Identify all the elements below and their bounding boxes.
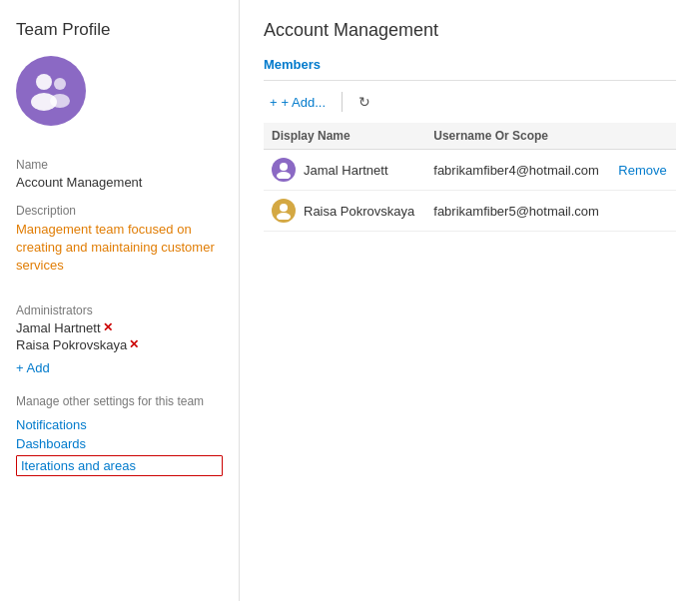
svg-point-4 — [280, 163, 288, 171]
member-display-name-2: Raisa Pokrovskaya — [304, 204, 414, 219]
member-action-2 — [610, 191, 676, 232]
col-username: Username Or Scope — [425, 123, 610, 150]
table-row: Raisa Pokrovskaya fabrikamfiber5@hotmail… — [264, 191, 676, 232]
iterations-and-areas-link[interactable]: Iterations and areas — [16, 455, 223, 476]
toolbar-separator — [342, 92, 343, 112]
refresh-button[interactable]: ↻ — [352, 91, 376, 113]
notifications-link[interactable]: Notifications — [16, 417, 223, 432]
name-label: Name — [16, 158, 223, 172]
remove-member-1-link[interactable]: Remove — [618, 163, 666, 178]
svg-point-7 — [277, 213, 291, 220]
admin-name-2: Raisa Pokrovskaya — [16, 337, 127, 352]
avatar-1 — [272, 158, 296, 182]
page-title: Account Management — [264, 20, 676, 41]
main-content: Account Management Members + + Add... ↻ … — [240, 0, 700, 601]
section-divider — [264, 80, 676, 81]
member-display-name-1: Jamal Hartnett — [304, 163, 388, 178]
table-row: Jamal Hartnett fabrikamfiber4@hotmail.co… — [264, 150, 676, 191]
member-name-cell-1: Jamal Hartnett — [264, 150, 425, 191]
member-username-2: fabrikamfiber5@hotmail.com — [425, 191, 610, 232]
admin-item-1: Jamal Hartnett ✕ — [16, 320, 223, 335]
description-value: Management team focused on creating and … — [16, 221, 223, 276]
administrators-label: Administrators — [16, 303, 223, 317]
add-admin-link[interactable]: + Add — [16, 360, 50, 375]
admin-remove-2[interactable]: ✕ — [129, 337, 139, 351]
svg-point-2 — [54, 78, 66, 90]
add-member-button[interactable]: + + Add... — [264, 92, 332, 113]
description-label: Description — [16, 204, 223, 218]
member-action-1: Remove — [610, 150, 676, 191]
name-value: Account Management — [16, 175, 223, 190]
member-username-1: fabrikamfiber4@hotmail.com — [425, 150, 610, 191]
table-header-row: Display Name Username Or Scope — [264, 123, 676, 150]
avatar-2 — [272, 199, 296, 223]
svg-point-5 — [277, 172, 291, 179]
svg-point-3 — [50, 94, 70, 108]
plus-icon: + — [270, 95, 278, 110]
administrators-section: Administrators Jamal Hartnett ✕ Raisa Po… — [16, 290, 223, 375]
team-avatar — [16, 56, 86, 126]
members-section-header: Members — [264, 57, 676, 72]
dashboards-link[interactable]: Dashboards — [16, 436, 223, 451]
toolbar: + + Add... ↻ — [264, 91, 676, 113]
member-name-cell-2: Raisa Pokrovskaya — [264, 191, 425, 232]
svg-point-0 — [36, 74, 52, 90]
sidebar-title: Team Profile — [16, 20, 223, 40]
members-table: Display Name Username Or Scope Jamal — [264, 123, 676, 232]
admin-name-1: Jamal Hartnett — [16, 320, 101, 335]
add-button-label: + Add... — [282, 95, 326, 110]
sidebar: Team Profile Name Account Management Des… — [0, 0, 240, 601]
admin-remove-1[interactable]: ✕ — [103, 320, 113, 334]
svg-point-6 — [280, 204, 288, 212]
admin-item-2: Raisa Pokrovskaya ✕ — [16, 337, 223, 352]
manage-settings-label: Manage other settings for this team — [16, 393, 223, 410]
col-display-name: Display Name — [264, 123, 425, 150]
refresh-icon: ↻ — [358, 94, 370, 110]
col-action — [610, 123, 676, 150]
